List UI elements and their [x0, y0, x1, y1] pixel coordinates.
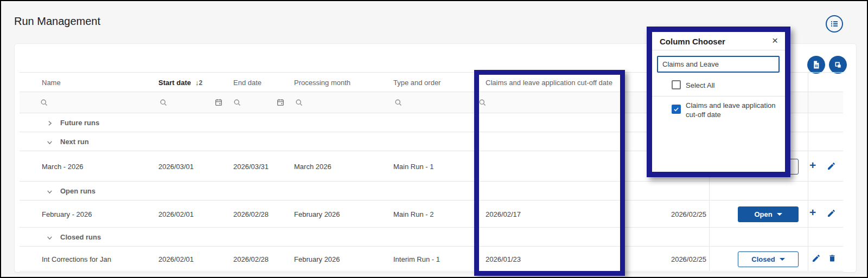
search-icon[interactable]: [40, 99, 48, 107]
end-date: 2026/03/31: [233, 163, 269, 171]
search-icon[interactable]: [295, 99, 303, 107]
group-label: Next run: [60, 138, 89, 146]
popup-title: Column Chooser: [660, 37, 725, 46]
status-dropdown-button[interactable]: Open: [738, 206, 799, 222]
export-excel-button[interactable]: [807, 56, 825, 74]
page-title: Run Management: [14, 15, 100, 28]
search-icon[interactable]: [478, 99, 487, 107]
end-date: 2026/02/28: [233, 210, 269, 218]
divider: [652, 96, 785, 96]
column-chooser-button[interactable]: [829, 56, 847, 74]
run-name: March - 2026: [42, 163, 84, 171]
edit-icon[interactable]: [812, 254, 821, 263]
calendar-icon[interactable]: [276, 98, 285, 107]
group-row-closed-runs[interactable]: Closed runs: [20, 228, 843, 247]
chevron-down-icon[interactable]: [46, 138, 53, 148]
claims-column-label: Claims and leave application cut-off dat…: [686, 101, 779, 119]
processing-month: February 2026: [294, 255, 340, 263]
run-name: February - 2026: [42, 210, 92, 218]
list-icon: [830, 20, 839, 28]
column-header-type-and-order[interactable]: Type and order: [393, 79, 441, 87]
search-icon[interactable]: [394, 99, 403, 107]
start-date: 2026/03/01: [158, 163, 194, 171]
chevron-down-icon[interactable]: [46, 188, 53, 197]
column-header-claims-cutoff[interactable]: Claims and leave application cut-off dat…: [486, 79, 612, 87]
column-header-processing-month[interactable]: Processing month: [294, 79, 350, 87]
search-icon[interactable]: [159, 99, 168, 107]
end-date: 2026/02/28: [233, 255, 269, 263]
table-row: February - 2026 2026/02/01 2026/02/28 Fe…: [20, 201, 843, 228]
group-label: Future runs: [60, 119, 99, 127]
column-separator: [808, 72, 808, 271]
column-header-name[interactable]: Name: [42, 79, 61, 87]
column-header-end-date[interactable]: End date: [233, 79, 261, 87]
caret-down-icon: [780, 258, 785, 261]
group-label: Closed runs: [60, 233, 101, 241]
status-label: Closed: [751, 255, 775, 263]
export-document-icon: [812, 60, 821, 69]
column-header-start-date[interactable]: Start date↓2: [158, 79, 202, 87]
cutoff-extra-date: 2026/02/25: [625, 255, 706, 263]
edit-icon[interactable]: [827, 209, 836, 218]
table-row: Int Corrections for Jan 2026/02/01 2026/…: [20, 247, 843, 271]
claims-cutoff-date: 2026/01/23: [486, 255, 521, 263]
status-dropdown-button[interactable]: Closed: [738, 251, 799, 267]
edit-icon[interactable]: [827, 161, 836, 171]
cutoff-extra-date: 2026/02/25: [625, 210, 706, 218]
processing-month: March 2026: [294, 163, 331, 171]
claims-column-checkbox[interactable]: [672, 105, 681, 114]
type-and-order: Main Run - 2: [393, 210, 433, 218]
column-search-input[interactable]: [657, 56, 780, 73]
columns-icon: [834, 61, 843, 69]
processing-month: February 2026: [294, 210, 340, 218]
menu-list-button[interactable]: [826, 15, 843, 33]
run-name: Int Corrections for Jan: [42, 255, 111, 263]
status-label: Open: [754, 210, 772, 218]
claims-cutoff-date: 2026/02/17: [486, 210, 521, 218]
group-row-open-runs[interactable]: Open runs: [20, 182, 843, 201]
chevron-right-icon[interactable]: [46, 119, 53, 129]
check-icon: [673, 106, 679, 112]
type-and-order: Interim Run - 1: [393, 255, 440, 263]
select-all-checkbox[interactable]: [672, 80, 681, 89]
delete-icon[interactable]: [828, 254, 837, 263]
caret-down-icon: [777, 213, 782, 216]
calendar-icon[interactable]: [214, 98, 223, 107]
close-icon[interactable]: ×: [772, 35, 778, 47]
sort-order-badge: 2: [199, 79, 202, 87]
search-icon[interactable]: [233, 99, 241, 107]
select-all-label: Select All: [686, 81, 714, 89]
add-run-button[interactable]: +: [809, 208, 816, 217]
run-management-screen: Run Management Name Start date↓2 End dat…: [0, 0, 868, 278]
divider: [652, 50, 785, 50]
start-date: 2026/02/01: [158, 210, 194, 218]
column-chooser-popup: Column Chooser × Select All Claims and l…: [647, 27, 790, 177]
chevron-down-icon[interactable]: [46, 234, 53, 243]
type-and-order: Main Run - 1: [393, 163, 433, 171]
add-run-button[interactable]: +: [809, 160, 816, 170]
group-label: Open runs: [60, 187, 95, 195]
start-date: 2026/02/01: [158, 255, 194, 263]
